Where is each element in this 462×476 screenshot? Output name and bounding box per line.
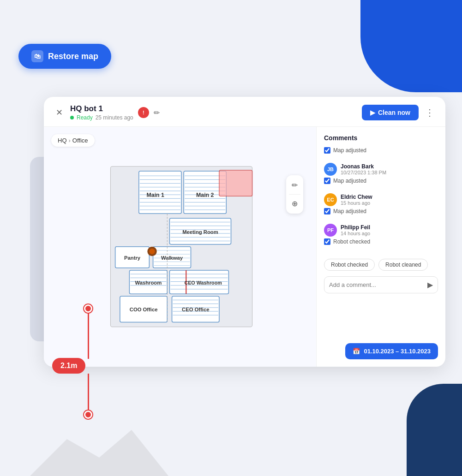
breadcrumb-separator: ›: [69, 137, 71, 144]
timeline-dot-bottom: [84, 411, 92, 419]
card-header: ✕ HQ bot 1 Ready 25 minutes ago ! ✏ ▶ C: [44, 97, 445, 127]
comment-checkbox-3[interactable]: [324, 208, 330, 214]
avatar-pf: PF: [324, 224, 337, 237]
comment-user-info-4: Philipp Feil 14 hours ago: [341, 224, 370, 236]
svg-point-68: [149, 249, 155, 254]
timeline-dot-top: [84, 304, 92, 313]
more-icon: ⋮: [425, 107, 434, 118]
comment-checkbox-2[interactable]: [324, 178, 330, 184]
quick-tag-robot-checked[interactable]: Robot checked: [324, 259, 375, 271]
comments-panel: Comments Map adjusted JB Joonas Bark 10/…: [316, 127, 445, 367]
comment-username-2: Joonas Bark: [341, 163, 386, 170]
date-range-button[interactable]: 📅 01.10.2023 – 31.10.2023: [345, 343, 438, 359]
svg-text:Main 1: Main 1: [147, 192, 164, 198]
clean-now-button[interactable]: ▶ Clean now: [362, 105, 419, 120]
quick-tag-robot-cleaned[interactable]: Robot cleaned: [378, 259, 428, 271]
comment-time-3: 15 hours ago: [341, 200, 372, 206]
close-icon: ✕: [56, 108, 63, 117]
comment-checkbox-row-3: Map adjusted: [324, 208, 438, 214]
pencil-icon: ✏: [292, 181, 298, 190]
comment-time-4: 14 hours ago: [341, 231, 370, 236]
timeline-widget: 2.1m: [72, 304, 105, 419]
mountain-silhouette: [30, 421, 168, 476]
comment-checkbox-row-4: Robot checked: [324, 238, 438, 245]
comment-username-4: Philipp Feil: [341, 224, 370, 231]
comment-label-3: Map adjusted: [333, 208, 366, 214]
target-icon: ⊕: [292, 199, 298, 208]
comment-user-row-3: EC Eldric Chew 15 hours ago: [324, 193, 438, 206]
map-target-button[interactable]: ⊕: [289, 196, 300, 211]
comment-username-3: Eldric Chew: [341, 194, 372, 200]
timeline-line-bottom: [88, 374, 89, 411]
robot-name: HQ bot 1: [70, 104, 133, 113]
comment-user-info-3: Eldric Chew 15 hours ago: [341, 194, 372, 206]
close-button[interactable]: ✕: [53, 107, 66, 119]
breadcrumb[interactable]: HQ › Office: [51, 134, 95, 147]
svg-text:Meeting Room: Meeting Room: [182, 229, 218, 235]
quick-tags: Robot checked Robot cleaned: [324, 259, 438, 271]
restore-map-label: Restore map: [48, 52, 98, 61]
breadcrumb-current: Office: [72, 137, 88, 144]
comment-send-button[interactable]: ▶: [427, 280, 433, 289]
svg-rect-26: [219, 170, 252, 196]
svg-marker-0: [30, 430, 168, 476]
svg-text:CEO Office: CEO Office: [182, 307, 209, 312]
breadcrumb-parent: HQ: [58, 137, 67, 144]
card-header-left: ✕ HQ bot 1 Ready 25 minutes ago ! ✏: [53, 104, 161, 121]
svg-text:Main 2: Main 2: [196, 192, 214, 198]
edit-icon: ✏: [154, 109, 160, 117]
svg-text:COO Office: COO Office: [130, 307, 158, 312]
comment-item-2: JB Joonas Bark 10/27/2023 1:38 PM Map ad…: [324, 163, 438, 187]
timeline-line-top: [88, 313, 89, 359]
status-dot: [70, 116, 74, 119]
comment-user-row-4: PF Philipp Feil 14 hours ago: [324, 224, 438, 237]
comment-time-2: 10/27/2023 1:38 PM: [341, 170, 386, 175]
edit-robot-button[interactable]: ✏: [153, 107, 161, 118]
restore-map-button[interactable]: 🛍 Restore map: [18, 44, 111, 69]
svg-text:Pantry: Pantry: [124, 255, 141, 261]
date-range-label: 01.10.2023 – 31.10.2023: [364, 348, 431, 355]
comment-item-3: EC Eldric Chew 15 hours ago Map adjusted: [324, 193, 438, 217]
robot-info: HQ bot 1 Ready 25 minutes ago: [70, 104, 133, 121]
avatar-ec: EC: [324, 193, 337, 206]
map-ctrl-divider: [289, 194, 300, 195]
status-text: Ready: [77, 114, 93, 121]
avatar-jb: JB: [324, 163, 337, 176]
bg-decoration-top-right: [360, 0, 462, 92]
bg-decoration-bottom-right: [407, 384, 462, 476]
robot-status-row: Ready 25 minutes ago: [70, 114, 133, 121]
play-icon: ▶: [370, 109, 375, 116]
calendar-icon: 📅: [353, 348, 360, 355]
svg-text:Washroom: Washroom: [135, 280, 162, 286]
comment-label-2: Map adjusted: [333, 178, 366, 184]
alert-badge: !: [138, 107, 149, 118]
clean-now-label: Clean now: [378, 109, 410, 116]
comment-label-4: Robot checked: [333, 238, 370, 245]
comment-item-4: PF Philipp Feil 14 hours ago Robot check…: [324, 224, 438, 248]
comment-checkbox-4[interactable]: [324, 238, 330, 245]
status-time: 25 minutes ago: [96, 114, 133, 121]
comment-user-row-2: JB Joonas Bark 10/27/2023 1:38 PM: [324, 163, 438, 176]
comment-checkbox-row-2: Map adjusted: [324, 178, 438, 184]
more-options-button[interactable]: ⋮: [423, 105, 436, 120]
comments-title: Comments: [324, 134, 438, 142]
timeline-distance-badge: 2.1m: [52, 358, 85, 374]
card-header-right: ▶ Clean now ⋮: [362, 105, 436, 120]
svg-text:Walkway: Walkway: [161, 255, 183, 261]
comment-input[interactable]: [329, 281, 427, 288]
svg-text:CEO Washroom: CEO Washroom: [184, 280, 222, 286]
comment-input-row: ▶: [324, 276, 438, 293]
restore-map-icon: 🛍: [31, 50, 43, 62]
header-icons: ! ✏: [138, 107, 161, 118]
comment-item-1: Map adjusted: [324, 147, 438, 156]
send-icon: ▶: [427, 281, 433, 289]
comment-user-info-2: Joonas Bark 10/27/2023 1:38 PM: [341, 163, 386, 175]
comment-label-1: Map adjusted: [333, 147, 366, 154]
comment-checkbox-1[interactable]: [324, 147, 330, 154]
map-controls: ✏ ⊕: [286, 175, 303, 214]
map-edit-button[interactable]: ✏: [289, 178, 300, 192]
comment-checkbox-row-1: Map adjusted: [324, 147, 438, 154]
